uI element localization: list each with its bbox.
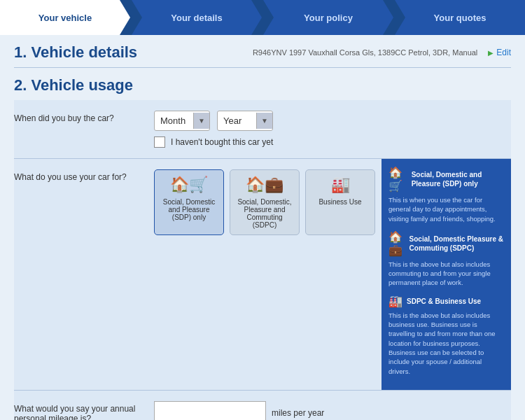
edit-link[interactable]: Edit [488,48,511,57]
info-sdpc-text: This is the above but also includes comm… [388,260,504,288]
nav-policy-label: Your policy [304,13,353,23]
sdpc-label: Social, Domestic, Pleasure and Commuting… [236,198,293,229]
info-item-business: 🏭 SDPC & Business Use This is the above … [388,295,504,376]
year-arrow-icon: ▼ [256,113,272,129]
info-item-sdp: 🏠🛒 Social, Domestic and Pleasure (SDP) o… [388,166,504,223]
info-business-title: SDPC & Business Use [407,297,481,306]
nav-your-policy[interactable]: Your policy [263,0,393,35]
section1-header: 1. Vehicle details R946YNV 1997 Vauxhall… [14,35,511,68]
usage-main: What do you use your car for? 🏠🛒 Social,… [14,159,382,390]
sdp-label: Social, Domestic and Pleasure (SDP) only [160,198,218,221]
info-sdpc-icon: 🏠💼 [388,230,405,257]
section2-title: 2. Vehicle usage [14,68,511,100]
business-icon: 🏭 [331,176,350,194]
year-dropdown[interactable]: Year ▼ [217,111,273,131]
mileage-input[interactable] [154,401,266,420]
usage-inner: What do you use your car for? 🏠🛒 Social,… [14,169,382,235]
purchase-date-label: When did you buy the car? [14,111,154,123]
mileage-suffix: miles per year [272,404,324,418]
nav-quotes-label: Your quotes [434,13,486,23]
no-purchase-row: I haven't bought this car yet [154,136,511,148]
usage-btn-sdpc[interactable]: 🏠💼 Social, Domestic, Pleasure and Commut… [230,169,300,235]
mileage-controls: miles per year [154,401,324,420]
main-content: 1. Vehicle details R946YNV 1997 Vauxhall… [0,35,525,420]
info-panel: 🏠🛒 Social, Domestic and Pleasure (SDP) o… [382,159,511,390]
nav-your-vehicle[interactable]: Your vehicle [0,0,130,35]
info-item-sdp-header: 🏠🛒 Social, Domestic and Pleasure (SDP) o… [388,166,504,192]
business-label: Business Use [318,198,361,206]
nav-vehicle-label: Your vehicle [38,13,92,23]
info-sdp-text: This is when you use the car for general… [388,195,504,223]
info-item-sdpc-header: 🏠💼 Social, Domestic Pleasure & Commuting… [388,230,504,257]
sdpc-icon: 🏠💼 [246,176,284,194]
purchase-date-controls: Month ▼ Year ▼ I haven't bought this car… [154,111,511,148]
info-item-sdpc: 🏠💼 Social, Domestic Pleasure & Commuting… [388,230,504,288]
navigation-bar: Your vehicle Your details Your policy Yo… [0,0,525,35]
no-purchase-checkbox[interactable] [154,136,165,148]
nav-your-details[interactable]: Your details [132,0,262,35]
month-arrow-icon: ▼ [193,113,209,129]
content-wrapper: When did you buy the car? Month ▼ Year ▼… [14,100,511,420]
info-sdp-icon: 🏠🛒 [388,166,407,192]
sdp-icon: 🏠🛒 [170,176,208,194]
vehicle-info-text: R946YNV 1997 Vauxhall Corsa Gls, 1389CC … [253,48,477,57]
info-item-business-header: 🏭 SDPC & Business Use [388,295,504,308]
info-business-text: This is the above but also includes busi… [388,311,504,376]
month-label: Month [155,111,193,130]
section1-title: 1. Vehicle details [14,43,137,62]
info-business-icon: 🏭 [388,295,402,308]
usage-btn-sdp[interactable]: 🏠🛒 Social, Domestic and Pleasure (SDP) o… [154,169,224,235]
month-dropdown[interactable]: Month ▼ [154,111,210,131]
year-label: Year [218,111,256,130]
usage-buttons-group: 🏠🛒 Social, Domestic and Pleasure (SDP) o… [154,169,382,235]
purchase-date-row: When did you buy the car? Month ▼ Year ▼… [14,100,511,159]
info-sdp-title: Social, Domestic and Pleasure (SDP) only [412,170,504,188]
usage-btn-business[interactable]: 🏭 Business Use [305,169,375,235]
no-purchase-label: I haven't bought this car yet [171,137,273,147]
mileage-label: What would you say your annual personal … [14,401,154,420]
date-dropdowns: Month ▼ Year ▼ [154,111,511,131]
usage-section: What do you use your car for? 🏠🛒 Social,… [14,159,511,391]
mileage-row: What would you say your annual personal … [14,391,511,420]
nav-details-label: Your details [171,13,222,23]
info-sdpc-title: Social, Domestic Pleasure & Commuting (S… [410,234,504,253]
nav-your-quotes[interactable]: Your quotes [395,0,525,35]
usage-question-label: What do you use your car for? [14,169,154,182]
